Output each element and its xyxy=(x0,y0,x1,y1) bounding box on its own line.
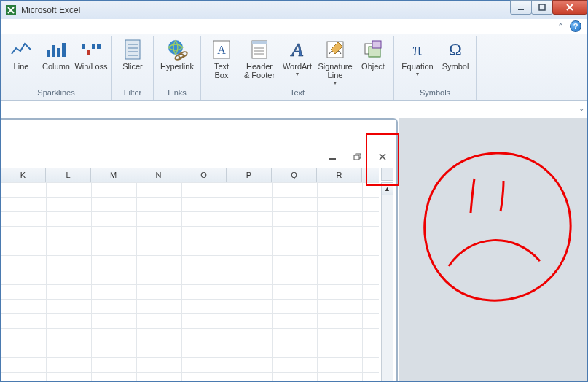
group-filter-label: Filter xyxy=(115,88,150,100)
svg-text:A: A xyxy=(217,44,226,56)
wordart-label: WordArt xyxy=(283,62,312,71)
winloss-chart-icon xyxy=(80,37,102,62)
group-sparklines-label: Sparklines xyxy=(4,88,109,100)
svg-rect-1 xyxy=(518,9,524,10)
group-links: Hyperlink Links xyxy=(154,36,201,100)
titlebar: Microsoft Excel xyxy=(1,0,587,19)
column-header[interactable]: K xyxy=(1,168,46,182)
sparkline-column-label: Column xyxy=(42,62,70,71)
svg-rect-2 xyxy=(539,4,545,10)
svg-rect-4 xyxy=(52,45,55,57)
equation-button[interactable]: π Equation ▾ xyxy=(397,36,438,88)
svg-rect-6 xyxy=(62,43,66,57)
symbol-icon: Ω xyxy=(449,37,462,62)
ribbon: Line Column xyxy=(1,34,587,101)
sparkline-column-button[interactable]: Column xyxy=(39,36,74,88)
textbox-button[interactable]: A Text Box xyxy=(204,36,239,88)
wordart-icon: A xyxy=(287,37,307,62)
object-label: Object xyxy=(361,62,385,71)
equation-icon: π xyxy=(412,37,422,62)
object-icon xyxy=(363,37,383,62)
chevron-down-icon: ▾ xyxy=(296,71,299,77)
svg-rect-33 xyxy=(354,155,359,160)
column-header[interactable]: Q xyxy=(272,168,317,182)
vertical-scrollbar[interactable]: ▲ xyxy=(381,182,393,382)
column-header[interactable]: O xyxy=(181,168,227,182)
line-chart-icon xyxy=(10,37,32,62)
doc-restore-button[interactable] xyxy=(353,152,363,163)
sparkline-line-button[interactable]: Line xyxy=(4,36,39,88)
excel-icon xyxy=(5,4,17,16)
slicer-label: Slicer xyxy=(122,62,143,71)
svg-rect-10 xyxy=(97,44,101,49)
headerfooter-icon xyxy=(250,37,269,62)
signature-icon xyxy=(325,37,345,62)
svg-rect-11 xyxy=(125,40,140,59)
divider xyxy=(1,101,587,101)
svg-rect-3 xyxy=(47,50,50,57)
svg-rect-5 xyxy=(57,48,60,57)
sparkline-line-label: Line xyxy=(14,62,29,71)
chevron-down-icon: ▾ xyxy=(334,80,337,86)
textbox-icon: A xyxy=(212,37,231,62)
column-header[interactable]: R xyxy=(317,168,362,182)
symbol-button[interactable]: Ω Symbol xyxy=(438,36,473,88)
headerfooter-label: Header & Footer xyxy=(244,62,275,79)
column-header[interactable]: L xyxy=(46,168,91,182)
textbox-label: Text Box xyxy=(214,62,229,79)
column-headers[interactable]: K L M N O P Q R xyxy=(1,168,379,182)
hyperlink-icon xyxy=(165,37,189,62)
workbook-window: K L M N O P Q R ▲ xyxy=(1,118,398,382)
sparkline-winloss-button[interactable]: Win/Loss xyxy=(74,36,109,88)
svg-rect-22 xyxy=(252,41,267,44)
hyperlink-label: Hyperlink xyxy=(160,62,194,71)
column-header[interactable]: P xyxy=(227,168,272,182)
window-maximize-button[interactable] xyxy=(531,0,553,15)
group-text-label: Text xyxy=(204,88,391,100)
svg-rect-9 xyxy=(92,44,95,49)
svg-point-16 xyxy=(168,40,183,55)
group-sparklines: Line Column xyxy=(1,36,112,100)
cell-grid[interactable] xyxy=(1,182,379,382)
equation-label: Equation xyxy=(401,62,433,71)
symbol-label: Symbol xyxy=(442,62,469,71)
window-close-button[interactable] xyxy=(552,0,587,15)
group-text: A Text Box Header & Footer xyxy=(201,36,394,100)
annotation-highlight-box xyxy=(366,133,399,186)
help-row: ⌃ ? xyxy=(1,19,587,34)
group-symbols-label: Symbols xyxy=(397,88,473,100)
help-icon[interactable]: ? xyxy=(570,20,581,32)
group-links-label: Links xyxy=(157,88,197,100)
wordart-button[interactable]: A WordArt ▾ xyxy=(280,36,315,88)
annotation-sadface-icon xyxy=(409,146,584,313)
app-title: Microsoft Excel xyxy=(21,5,80,15)
object-button[interactable]: Object xyxy=(356,36,391,88)
signature-label: Signature Line xyxy=(318,62,352,79)
group-symbols: π Equation ▾ Ω Symbol Symbols xyxy=(394,36,477,100)
column-chart-icon xyxy=(45,37,67,62)
doc-minimize-button[interactable] xyxy=(328,152,338,163)
slicer-icon xyxy=(123,37,142,62)
svg-rect-30 xyxy=(372,41,381,48)
column-header[interactable]: N xyxy=(136,168,181,182)
svg-rect-31 xyxy=(329,158,336,160)
signature-button[interactable]: Signature Line ▾ xyxy=(315,36,356,88)
sparkline-winloss-label: Win/Loss xyxy=(74,62,107,71)
hyperlink-button[interactable]: Hyperlink xyxy=(157,36,197,88)
column-header[interactable]: M xyxy=(91,168,136,182)
expand-formula-bar-icon[interactable]: ⌄ xyxy=(579,104,584,112)
window-minimize-button[interactable] xyxy=(510,0,532,15)
chevron-down-icon: ▾ xyxy=(416,71,419,77)
group-filter: Slicer Filter xyxy=(112,36,154,100)
svg-text:A: A xyxy=(290,39,303,60)
svg-rect-8 xyxy=(87,50,90,55)
svg-rect-7 xyxy=(82,44,85,49)
slicer-button[interactable]: Slicer xyxy=(115,36,150,88)
ribbon-minimize-icon[interactable]: ⌃ xyxy=(557,22,564,31)
headerfooter-button[interactable]: Header & Footer xyxy=(239,36,280,88)
